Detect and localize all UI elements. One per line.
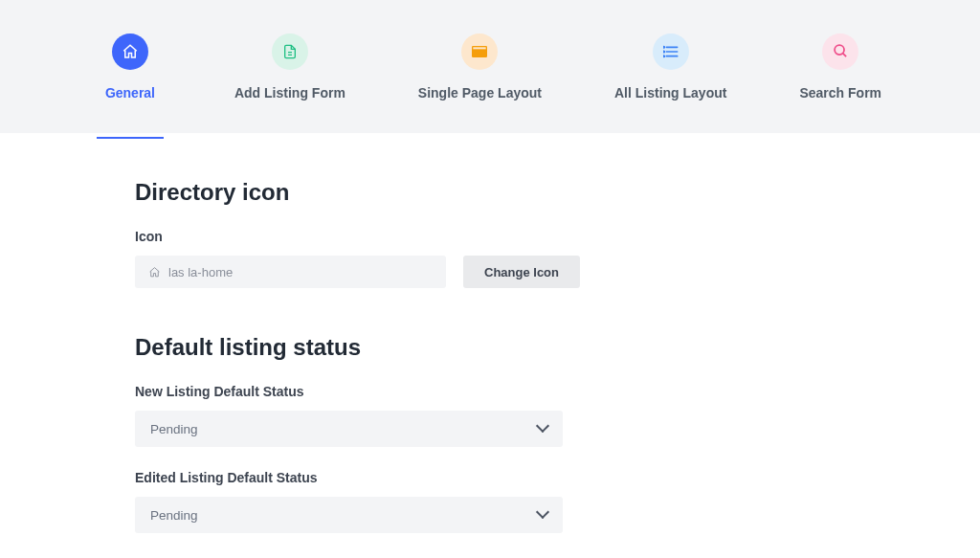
home-icon: [148, 266, 161, 279]
home-icon: [112, 33, 148, 70]
tab-label: Single Page Layout: [418, 85, 542, 100]
document-icon: [272, 33, 308, 70]
svg-point-6: [663, 51, 664, 52]
new-listing-status-label: New Listing Default Status: [135, 384, 845, 399]
search-icon: [822, 33, 858, 70]
icon-input[interactable]: las la-home: [135, 256, 446, 288]
svg-rect-1: [474, 47, 486, 49]
tab-search-form[interactable]: Search Form: [783, 33, 898, 100]
svg-point-5: [663, 46, 664, 47]
svg-line-9: [842, 54, 846, 57]
select-value: Pending: [150, 508, 198, 523]
change-icon-button[interactable]: Change Icon: [463, 256, 580, 288]
select-value: Pending: [150, 422, 198, 436]
list-icon: [653, 33, 689, 70]
icon-field-row: las la-home Change Icon: [135, 256, 845, 288]
tab-label: Add Listing Form: [234, 85, 345, 100]
edited-listing-status-label: Edited Listing Default Status: [135, 470, 845, 485]
tabs-bar: General Add Listing Form Single Page Lay…: [0, 0, 980, 133]
tab-general[interactable]: General: [82, 33, 178, 100]
layout-icon: [461, 33, 498, 70]
tab-single-page-layout[interactable]: Single Page Layout: [402, 33, 558, 100]
edited-listing-status-select[interactable]: Pending: [135, 497, 563, 533]
tab-label: All Listing Layout: [614, 85, 726, 100]
main-content: Directory icon Icon las la-home Change I…: [135, 133, 845, 558]
icon-field-label: Icon: [135, 229, 845, 244]
tabs-inner: General Add Listing Form Single Page Lay…: [82, 33, 898, 100]
chevron-down-icon: [538, 507, 547, 523]
new-listing-status-select[interactable]: Pending: [135, 411, 563, 447]
tab-label: Search Form: [799, 85, 881, 100]
tab-add-listing-form[interactable]: Add Listing Form: [218, 33, 362, 100]
svg-point-8: [835, 45, 844, 55]
tab-label: General: [105, 85, 155, 100]
tab-all-listing-layout[interactable]: All Listing Layout: [598, 33, 743, 100]
default-status-title: Default listing status: [135, 334, 845, 361]
directory-icon-title: Directory icon: [135, 179, 845, 206]
svg-point-7: [663, 56, 664, 56]
icon-value-text: las la-home: [168, 265, 233, 279]
chevron-down-icon: [538, 421, 547, 436]
